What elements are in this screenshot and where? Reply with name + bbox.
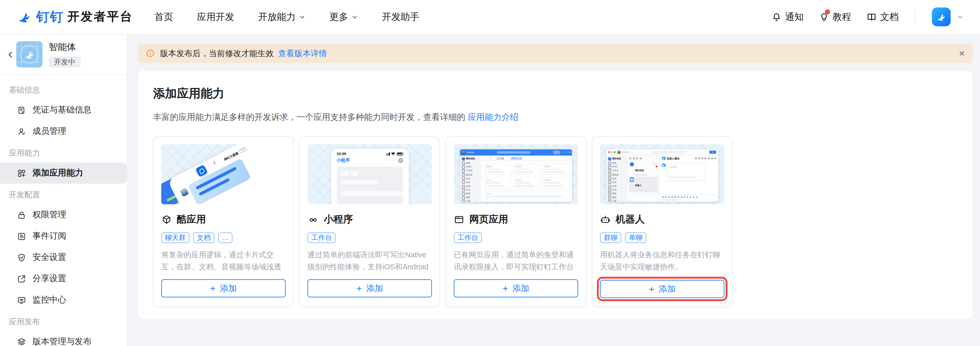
sidebar-app-header: 智能体 开发中 [0, 34, 127, 75]
card-preview-image: + 网钉科技 消息DING工作台通讯录日历待办文档会议邮箱项目云盘标签 [600, 144, 724, 204]
browser-icon [454, 214, 465, 225]
nav-item-home[interactable]: 首页 [154, 11, 173, 23]
mock-desktop-window: + —□✕ 网钉科技 消息DING工作台通讯录日历待办文档会议邮箱项目云盘标签 [460, 149, 572, 202]
mac-window-dots [608, 151, 616, 153]
add-capability-panel: 添加应用能力 丰富的应用能力满足多样的开发诉求，一个应用支持多种能力同时开发，查… [138, 70, 972, 319]
chevron-down-icon [299, 13, 305, 20]
section-label-capabilities: 应用能力 [0, 142, 127, 162]
sidebar-item-security[interactable]: 安全设置 [0, 247, 127, 268]
card-tags: 群聊 单聊 [600, 232, 724, 243]
add-mini-program-button[interactable]: + 添加 [307, 279, 432, 298]
section-label-dev-config: 开发配置 [0, 184, 127, 204]
add-web-app-button[interactable]: + 添加 [454, 279, 578, 298]
collapse-sidebar-icon[interactable] [5, 50, 16, 59]
mini-program-icon [307, 214, 319, 225]
book-icon [866, 11, 877, 22]
primary-nav: 首页 应用开发 开放能力 更多 开发助手 [154, 11, 420, 23]
notification-button[interactable]: 通知 [771, 11, 804, 23]
mock-desktop-window: + 网钉科技 消息DING工作台通讯录日历待办文档会议邮箱项目云盘标签 [606, 149, 718, 202]
sidebar-item-members[interactable]: 成员管理 [0, 121, 127, 142]
logo-title-text: 开发者平台 [67, 9, 133, 25]
mock-chat-title: 网钉大家庭 [223, 151, 239, 161]
robot-icon [600, 214, 611, 225]
mock-app-name: 小程序 [337, 157, 350, 163]
sidebar-item-add-capability[interactable]: 添加应用能力 [0, 162, 127, 184]
grid-plus-icon [17, 168, 26, 178]
lock-icon [17, 210, 26, 220]
add-robot-button[interactable]: + 添加 [600, 280, 724, 298]
card-tags: 工作台 [307, 232, 432, 243]
mock-phone: 10:00 小程序 ··· [331, 149, 409, 204]
tag: 文档 [193, 232, 214, 243]
add-cool-app-button[interactable]: + 添加 [161, 279, 286, 298]
sidebar: 智能体 开发中 基础信息 凭证与基础信息 成员管理 应用能力 添加应用能力 开发… [0, 34, 127, 346]
section-label-basic-info: 基础信息 [0, 79, 127, 99]
plus-icon: + [356, 284, 362, 293]
tag: … [218, 232, 232, 243]
info-icon [146, 49, 155, 58]
mock-chat-pane: 机器人通知 [660, 156, 718, 202]
card-cool-app: 网钉大家庭 全员 酷应用 聊天群 文档 [153, 136, 294, 306]
sidebar-nav: 基础信息 凭证与基础信息 成员管理 应用能力 添加应用能力 开发配置 权限管理 [0, 75, 127, 346]
dingtalk-wing-icon [935, 11, 947, 22]
back-icon [211, 159, 218, 166]
section-label-release: 应用发布 [0, 310, 127, 331]
page-title: 添加应用能力 [153, 86, 958, 102]
cool-app-icon [161, 214, 172, 225]
certificate-icon [17, 105, 26, 115]
sidebar-item-share-settings[interactable]: 分享设置 [0, 268, 127, 289]
mock-chat-list: … 网钉科技 17:00 机器人 [627, 156, 660, 202]
mock-status-time: 10:00 [337, 152, 346, 156]
member-icon [17, 127, 26, 136]
annotation-highlight-box: + 添加 [597, 277, 727, 301]
card-description: 用机器人将业务信息和任务在钉钉聊天场景中实现敏捷协作。 [600, 249, 724, 273]
card-mini-program: 10:00 小程序 ··· [299, 136, 440, 306]
card-preview-image: 10:00 小程序 ··· [307, 144, 432, 204]
mock-chat-badge: 全员 [238, 146, 247, 154]
card-title: 机器人 [616, 213, 644, 226]
battery-icon [397, 152, 403, 155]
close-icon[interactable]: ✕ [959, 49, 965, 58]
sidebar-item-permissions[interactable]: 权限管理 [0, 204, 127, 225]
sidebar-item-version-release[interactable]: 版本管理与发布 [0, 331, 127, 346]
sidebar-item-event-subscription[interactable]: 事件订阅 [0, 225, 127, 247]
nav-item-more[interactable]: 更多 [329, 11, 358, 23]
dingtalk-developer-platform: 钉钉 开发者平台 首页 应用开发 开放能力 更多 开发助手 通知 教程 文档 [0, 0, 980, 346]
card-tags: 聊天群 文档 … [161, 232, 286, 243]
wifi-icon [391, 152, 395, 155]
chevron-down-icon[interactable] [957, 13, 964, 20]
mock-phone: 网钉大家庭 全员 [167, 144, 286, 204]
banner-message: 版本发布后，当前修改才能生效 [160, 48, 274, 59]
mock-mini-sidebar: 网钉科技 消息DING工作台通讯录日历待办文档会议邮箱项目云盘标签 [606, 156, 627, 202]
tag: 群聊 [600, 232, 621, 243]
shield-check-icon [17, 253, 26, 262]
bell-icon [771, 11, 782, 22]
dingtalk-logo[interactable]: 钉钉 开发者平台 [16, 8, 133, 25]
docs-button[interactable]: 文档 [866, 11, 899, 23]
tag: 单聊 [625, 232, 646, 243]
tutorial-button[interactable]: 教程 [819, 11, 851, 23]
card-robot: + 网钉科技 消息DING工作台通讯录日历待办文档会议邮箱项目云盘标签 [592, 136, 732, 306]
sidebar-item-credentials[interactable]: 凭证与基础信息 [0, 100, 127, 121]
sidebar-item-monitor-center[interactable]: 监控中心 [0, 289, 127, 311]
close-circle-icon: ✕ [398, 158, 403, 163]
app-status-badge: 开发中 [49, 56, 80, 67]
tag: 聊天群 [161, 232, 189, 243]
nav-item-app-dev[interactable]: 应用开发 [197, 11, 234, 23]
version-banner: 版本发布后，当前修改才能生效 查看版本详情 ✕ [138, 44, 972, 63]
card-tags: 工作台 [454, 232, 578, 243]
mock-mini-sidebar: 网钉科技 消息DING工作台通讯录日历待办文档会议邮箱项目云盘标签 [460, 156, 481, 202]
nav-item-open-capability[interactable]: 开放能力 [258, 11, 305, 23]
layers-icon [17, 337, 26, 346]
mock-skeleton [337, 167, 403, 204]
nav-item-dev-assistant[interactable]: 开发助手 [382, 11, 419, 23]
user-avatar[interactable] [932, 8, 950, 26]
app-name: 智能体 [49, 41, 76, 53]
app-wing-icon [23, 48, 36, 61]
capability-intro-link[interactable]: 应用能力介绍 [468, 113, 518, 122]
view-version-link[interactable]: 查看版本详情 [278, 48, 327, 59]
plus-icon: + [210, 284, 215, 293]
card-title: 小程序 [324, 213, 353, 226]
divider [915, 10, 916, 24]
top-navigation: 钉钉 开发者平台 首页 应用开发 开放能力 更多 开发助手 通知 教程 文档 [0, 0, 980, 34]
